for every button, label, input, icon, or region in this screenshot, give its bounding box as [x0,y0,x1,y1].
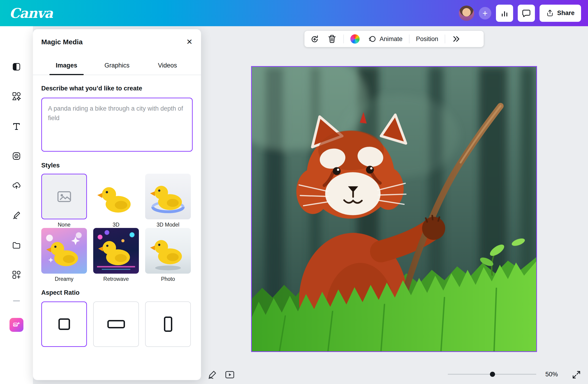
landscape-ratio-icon [107,320,125,328]
sidebar-scroll-indicator [13,300,20,301]
trash-icon [327,34,337,44]
share-upload-icon [546,9,554,17]
sidebar-item-design[interactable] [9,59,24,74]
regenerate-button[interactable] [309,33,321,45]
chevron-double-right-icon [452,34,461,43]
close-icon: × [187,36,192,47]
style-option-retrowave: Retrowave [93,228,139,282]
color-button[interactable] [349,33,360,44]
styles-grid: None 3D [41,174,193,282]
context-toolbar: Animate Position [304,31,484,47]
style-thumb-3d[interactable] [93,174,139,219]
sidebar-item-brand[interactable] [9,149,24,164]
share-button[interactable]: Share [540,5,581,22]
duck-retrowave-preview [93,228,139,274]
animate-button[interactable]: Animate [366,33,403,45]
aspect-option-square[interactable] [41,301,87,347]
sidebar-item-draw[interactable] [9,208,24,223]
style-thumb-retrowave[interactable] [93,228,139,274]
more-options-button[interactable] [451,33,462,44]
style-option-none: None [41,174,87,228]
bar-chart-icon [500,9,509,18]
image-placeholder-icon [56,188,73,205]
notes-icon [207,369,217,380]
style-thumb-photo[interactable] [145,228,191,274]
toolbar-divider [445,35,445,43]
position-button[interactable]: Position [415,35,439,43]
regenerate-icon [310,34,320,44]
style-option-dreamy: Dreamy [41,228,87,282]
add-member-button[interactable]: + [479,7,491,20]
panel-title: Magic Media [41,38,83,46]
chat-bubble-icon [522,9,531,18]
toolbar-divider [343,35,344,43]
panel-body: Describe what you’d like to create Style… [33,75,201,380]
square-ratio-icon [58,318,70,330]
uploads-cloud-icon [12,181,21,190]
magic-media-panel: Magic Media × Images Graphics Videos Des… [33,29,201,380]
comments-button[interactable] [518,5,535,22]
style-label: 3D Model [145,222,191,228]
sidebar-item-projects[interactable] [9,238,24,253]
expand-icon [571,370,582,380]
canva-logo[interactable]: Canva [9,5,53,21]
describe-label: Describe what you’d like to create [41,85,193,92]
style-thumb-dreamy[interactable] [41,228,87,274]
tab-graphics[interactable]: Graphics [92,56,142,75]
duck-3d-model-preview [145,174,191,219]
brand-icon [12,151,21,161]
canva-editor: Animate Position 50% [0,0,588,384]
sidebar-item-elements[interactable] [9,89,24,104]
sidebar-item-apps[interactable] [9,267,24,282]
aspect-option-landscape[interactable] [93,301,139,347]
fullscreen-button[interactable] [570,368,583,381]
style-label: Dreamy [41,276,87,282]
style-label: 3D [93,222,139,228]
zoom-level: 50% [545,371,558,378]
style-label: None [41,222,87,228]
top-bar: Canva + Share [0,0,588,26]
aspect-ratio-grid [41,301,193,347]
style-thumb-3d-model[interactable] [145,174,191,219]
aspect-ratio-label: Aspect Ratio [41,289,193,296]
delete-button[interactable] [326,33,338,45]
presenter-view-button[interactable] [223,368,236,381]
duck-3d-preview [93,174,139,219]
portrait-ratio-icon [164,317,172,332]
tab-videos[interactable]: Videos [142,56,193,75]
plus-icon: + [483,9,488,18]
style-thumb-none[interactable] [41,174,87,219]
sidebar-item-magic-media[interactable] [9,318,24,332]
close-panel-button[interactable]: × [183,36,195,48]
toolbar-divider [409,35,409,43]
style-option-3d: 3D [93,174,139,228]
aspect-option-portrait[interactable] [145,301,191,347]
prompt-input[interactable] [41,98,193,152]
media-type-tabs: Images Graphics Videos [33,56,201,75]
notes-button[interactable] [206,368,219,381]
magic-media-app-icon [9,318,23,332]
design-icon [12,62,21,71]
position-label: Position [416,36,438,43]
tab-images[interactable]: Images [41,56,92,75]
style-label: Retrowave [93,276,139,282]
user-avatar[interactable] [459,6,474,21]
duck-dreamy-preview [41,228,87,274]
folder-icon [12,240,21,250]
color-wheel-icon [350,34,360,43]
style-option-3d-model: 3D Model [145,174,191,228]
style-option-photo: Photo [145,228,191,282]
sidebar-item-text[interactable] [9,119,24,134]
text-icon [12,122,21,131]
draw-pen-icon [12,211,21,220]
app-sidebar [0,26,33,384]
zoom-slider-knob[interactable] [490,372,495,377]
styles-label: Styles [41,162,193,169]
presentation-icon [224,369,235,380]
elements-icon [12,92,21,101]
selected-image[interactable] [251,66,537,352]
insights-button[interactable] [496,5,513,22]
sidebar-item-uploads[interactable] [9,178,24,193]
duck-photo-preview [145,228,191,274]
animate-icon [367,34,377,44]
